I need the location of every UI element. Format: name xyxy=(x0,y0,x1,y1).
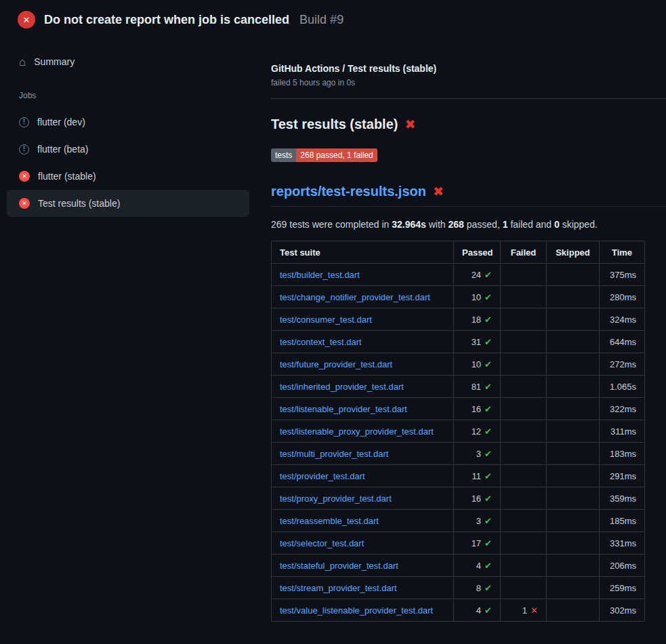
suite-link[interactable]: test/provider_test.dart xyxy=(280,471,365,481)
suite-link[interactable]: test/stateful_provider_test.dart xyxy=(280,561,398,571)
summary-failed-count: 1 xyxy=(503,219,508,230)
time-cell: 375ms xyxy=(600,264,645,286)
time-cell: 291ms xyxy=(600,465,645,487)
summary-part: passed, xyxy=(464,219,503,230)
time-cell: 272ms xyxy=(600,353,645,376)
report-file-link[interactable]: reports/test-results.json xyxy=(271,184,426,199)
suite-link[interactable]: test/stream_provider_test.dart xyxy=(280,583,397,593)
passed-count: 16 xyxy=(472,494,481,504)
sidebar-item-flutter-beta[interactable]: !flutter (beta) xyxy=(7,136,249,163)
sidebar-item-summary[interactable]: ⌂ Summary xyxy=(0,50,256,73)
failed-cell xyxy=(501,532,547,555)
check-icon: ✔ xyxy=(484,516,492,526)
skipped-cell xyxy=(547,532,600,555)
suite-link[interactable]: test/value_listenable_provider_test.dart xyxy=(280,605,433,616)
page-title: Do not create report when job is cancell… xyxy=(44,13,289,27)
suite-cell: test/inherited_provider_test.dart xyxy=(272,376,454,398)
passed-count: 81 xyxy=(472,382,481,392)
suite-link[interactable]: test/change_notifier_provider_test.dart xyxy=(280,292,430,302)
failed-cell xyxy=(501,353,547,376)
failed-cell xyxy=(501,420,547,443)
time-cell: 1.065s xyxy=(600,376,645,398)
check-icon: ✔ xyxy=(484,426,492,437)
suite-link[interactable]: test/proxy_provider_test.dart xyxy=(280,494,392,504)
check-icon: ✔ xyxy=(484,494,492,504)
summary-text: 269 tests were completed in 32.964s with… xyxy=(271,219,644,230)
report-heading: reports/test-results.json ✖ xyxy=(271,184,666,207)
passed-cell: 17✔ xyxy=(454,532,501,555)
table-row: test/listenable_provider_test.dart16✔322… xyxy=(272,398,645,420)
results-table-body: test/builder_test.dart24✔375mstest/chang… xyxy=(272,264,645,622)
passed-cell: 3✔ xyxy=(454,443,501,465)
passed-count: 10 xyxy=(472,359,481,369)
summary-passed-count: 268 xyxy=(449,219,464,230)
skipped-cell xyxy=(547,510,600,532)
page-header: ✕ Do not create report when job is cance… xyxy=(0,0,666,38)
failed-cell xyxy=(501,398,547,420)
skipped-cell xyxy=(547,331,600,353)
breadcrumb: GitHub Actions / Test results (stable) xyxy=(271,63,644,74)
sidebar-item-test-results-stable[interactable]: ✕Test results (stable) xyxy=(7,190,249,217)
suite-link[interactable]: test/future_provider_test.dart xyxy=(280,359,392,369)
job-label: flutter (dev) xyxy=(37,117,85,127)
passed-cell: 16✔ xyxy=(454,487,501,510)
suite-link[interactable]: test/listenable_provider_test.dart xyxy=(280,404,407,414)
check-icon: ✔ xyxy=(484,471,492,481)
check-icon: ✔ xyxy=(484,605,492,616)
passed-cell: 81✔ xyxy=(454,376,501,398)
skipped-cell xyxy=(547,465,600,487)
time-cell: 322ms xyxy=(600,398,645,420)
summary-part: with xyxy=(426,219,449,230)
suite-link[interactable]: test/inherited_provider_test.dart xyxy=(280,382,404,392)
suite-link[interactable]: test/consumer_test.dart xyxy=(280,315,372,325)
sidebar-item-flutter-dev[interactable]: !flutter (dev) xyxy=(7,108,249,136)
passed-cell: 24✔ xyxy=(454,264,501,286)
check-icon: ✔ xyxy=(484,583,492,593)
suite-link[interactable]: test/context_test.dart xyxy=(280,337,362,347)
suite-link[interactable]: test/selector_test.dart xyxy=(280,538,364,548)
x-circle-icon: ✕ xyxy=(19,198,30,209)
suite-link[interactable]: test/reassemble_test.dart xyxy=(280,516,379,526)
passed-cell: 18✔ xyxy=(454,308,501,331)
passed-count: 8 xyxy=(476,583,481,593)
suite-link[interactable]: test/builder_test.dart xyxy=(280,270,360,280)
jobs-section-label: Jobs xyxy=(0,73,256,108)
job-label: flutter (beta) xyxy=(37,144,88,155)
suite-link[interactable]: test/multi_provider_test.dart xyxy=(280,449,388,459)
passed-count: 10 xyxy=(472,292,481,302)
time-cell: 206ms xyxy=(600,555,645,577)
passed-count: 4 xyxy=(476,561,481,571)
skipped-cell xyxy=(547,353,600,376)
neutral-status-icon: ! xyxy=(19,117,29,127)
skipped-cell xyxy=(547,264,600,286)
sidebar-item-flutter-stable[interactable]: ✕flutter (stable) xyxy=(7,163,249,190)
passed-count: 4 xyxy=(476,605,481,616)
time-cell: 183ms xyxy=(600,443,645,465)
check-icon: ✔ xyxy=(484,292,492,302)
skipped-cell xyxy=(547,398,600,420)
suite-cell: test/selector_test.dart xyxy=(272,532,454,555)
failed-cell xyxy=(501,510,547,532)
check-icon: ✔ xyxy=(484,270,492,280)
summary-duration: 32.964s xyxy=(392,219,426,230)
status-line: failed 5 hours ago in 0s xyxy=(271,78,644,87)
check-icon: ✔ xyxy=(484,337,492,347)
neutral-status-icon: ! xyxy=(19,144,29,155)
failed-cell xyxy=(501,555,547,577)
x-circle-icon: ✕ xyxy=(19,171,30,182)
sidebar: ⌂ Summary Jobs !flutter (dev)!flutter (b… xyxy=(0,38,256,217)
suite-cell: test/stateful_provider_test.dart xyxy=(272,555,454,577)
suite-cell: test/stream_provider_test.dart xyxy=(272,577,454,599)
failed-cell xyxy=(501,331,547,353)
section-title: Test results (stable) xyxy=(271,117,398,132)
summary-part: 269 tests were completed in xyxy=(271,219,392,230)
check-icon: ✔ xyxy=(484,538,492,548)
suite-cell: test/listenable_provider_test.dart xyxy=(272,398,454,420)
suite-link[interactable]: test/listenable_proxy_provider_test.dart xyxy=(280,426,434,437)
passed-count: 3 xyxy=(476,516,481,526)
suite-cell: test/multi_provider_test.dart xyxy=(272,443,454,465)
divider xyxy=(271,98,666,99)
passed-cell: 12✔ xyxy=(454,420,501,443)
passed-count: 18 xyxy=(472,315,481,325)
skipped-cell xyxy=(547,420,600,443)
